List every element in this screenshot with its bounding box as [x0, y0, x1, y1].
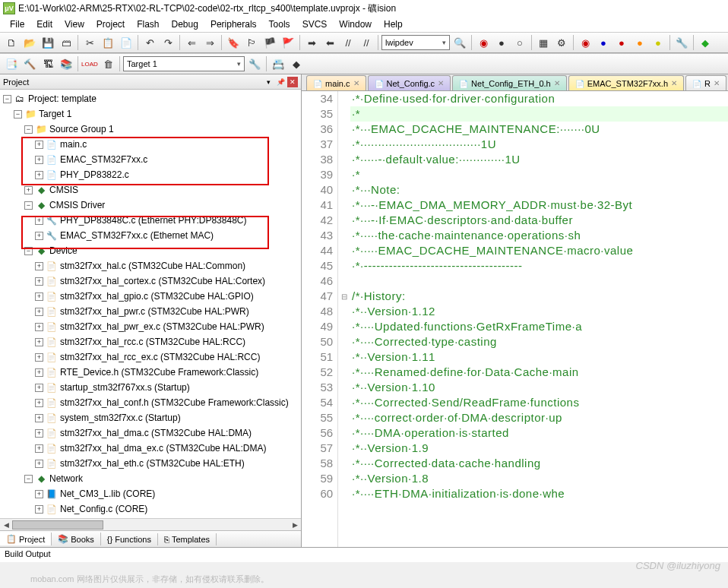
fold-marker[interactable] — [338, 258, 350, 273]
bottom-tab-books[interactable]: 📚Books — [52, 533, 101, 545]
open-icon[interactable]: 📂 — [21, 34, 38, 51]
indent-icon[interactable]: ➡ — [303, 34, 320, 51]
bottom-tab-project[interactable]: 📋Project — [0, 533, 52, 545]
tree-file[interactable]: +PHY_DP83822.c — [0, 167, 301, 182]
fold-marker[interactable] — [338, 106, 350, 122]
fold-marker[interactable] — [338, 243, 350, 258]
editor-body[interactable]: 3435363738394041424344454647484950515253… — [302, 91, 728, 547]
tree-file[interactable]: +RTE_Device.h (STM32Cube Framework:Class… — [0, 365, 301, 380]
fold-marker[interactable] — [338, 456, 350, 471]
tree-file[interactable]: +startup_stm32f767xx.s (Startup) — [0, 380, 301, 395]
bottom-tab-templates[interactable]: ⎘Templates — [158, 533, 217, 545]
menu-svcs[interactable]: SVCS — [297, 17, 333, 31]
tree-group[interactable]: −CMSIS Driver — [0, 198, 301, 213]
tree-expander-icon[interactable]: + — [35, 156, 43, 164]
tree-group[interactable]: −Source Group 1 — [0, 122, 301, 137]
tree-group[interactable]: −Network — [0, 471, 301, 486]
build-icon[interactable]: 🔨 — [21, 55, 38, 72]
menu-tools[interactable]: Tools — [264, 17, 296, 31]
pane-menu-icon[interactable]: ▾ — [263, 77, 274, 87]
pane-close-icon[interactable]: ✕ — [287, 77, 298, 87]
fold-marker[interactable] — [338, 273, 350, 289]
tree-expander-icon[interactable]: + — [24, 186, 33, 194]
fold-marker[interactable] — [338, 471, 350, 486]
fold-marker[interactable] — [338, 334, 350, 349]
tree-expander-icon[interactable]: + — [35, 171, 43, 179]
erase-icon[interactable]: 🗑 — [100, 55, 116, 72]
fold-marker[interactable] — [338, 365, 350, 380]
tree-file[interactable]: +EMAC_STM32F7xx.c (Ethernet MAC) — [0, 228, 301, 243]
green-diamond-icon[interactable]: ◆ — [697, 34, 714, 51]
config-icon[interactable]: ⚙ — [553, 34, 570, 51]
menu-view[interactable]: View — [59, 17, 90, 31]
menu-project[interactable]: Project — [91, 17, 130, 31]
yellow-icon[interactable]: ● — [650, 34, 666, 51]
tree-file[interactable]: +stm32f7xx_hal.c (STM32Cube HAL:Common) — [0, 258, 301, 273]
batch-icon[interactable]: 📚 — [58, 55, 74, 72]
code-area[interactable]: ·*·Define·used·for·driver·configuration·… — [350, 91, 728, 547]
fold-marker[interactable]: ⊟ — [338, 289, 350, 304]
tree-file[interactable]: +stm32f7xx_hal_rcc_ex.c (STM32Cube HAL:R… — [0, 349, 301, 365]
editor-tab[interactable]: R✕ — [685, 75, 726, 90]
back-icon[interactable]: ⇐ — [183, 34, 200, 51]
fold-marker[interactable] — [338, 182, 350, 198]
tree-expander-icon[interactable]: + — [35, 232, 43, 240]
tree-group[interactable]: −Device — [0, 243, 301, 258]
find-combo[interactable]: lwipdev — [381, 35, 450, 50]
tree-expander-icon[interactable]: − — [14, 110, 22, 119]
fold-marker[interactable] — [338, 137, 350, 152]
fold-marker[interactable] — [338, 441, 350, 456]
tree-expander-icon[interactable]: + — [35, 505, 43, 514]
target-options-icon[interactable]: 🔧 — [246, 55, 263, 72]
tree-expander-icon[interactable]: + — [35, 262, 43, 270]
tree-expander-icon[interactable]: − — [24, 201, 33, 210]
tree-expander-icon[interactable]: − — [24, 247, 33, 255]
tree-expander-icon[interactable]: + — [35, 353, 43, 362]
tree-expander-icon[interactable]: − — [3, 95, 11, 103]
tree-expander-icon[interactable]: + — [35, 444, 43, 453]
scroll-left-icon[interactable]: ◀ — [0, 519, 12, 531]
tree-expander-icon[interactable]: + — [35, 323, 43, 331]
close-icon[interactable]: ✕ — [554, 79, 560, 87]
fold-marker[interactable] — [338, 122, 350, 137]
bottom-tab-functions[interactable]: {}Functions — [101, 533, 158, 545]
debug-icon[interactable]: ◉ — [475, 34, 492, 51]
orange-icon[interactable]: ● — [631, 34, 648, 51]
tool2-icon[interactable]: ● — [595, 34, 612, 51]
menu-help[interactable]: Help — [378, 17, 408, 31]
fold-marker[interactable] — [338, 304, 350, 319]
project-tree[interactable]: −Project: template−Target 1−Source Group… — [0, 90, 301, 518]
tree-file[interactable]: +stm32f7xx_hal_dma.c (STM32Cube HAL:DMA) — [0, 425, 301, 441]
fold-marker[interactable] — [338, 198, 350, 213]
scroll-right-icon[interactable]: ▶ — [289, 519, 301, 531]
menu-flash[interactable]: Flash — [131, 17, 164, 31]
tree-expander-icon[interactable]: + — [35, 292, 43, 301]
new-icon[interactable]: 🗋 — [3, 34, 20, 51]
tree-file[interactable]: +Net_CM3_L.lib (CORE) — [0, 486, 301, 501]
menu-file[interactable]: File — [5, 17, 30, 31]
manage-icon[interactable]: 📇 — [270, 55, 286, 72]
tree-expander-icon[interactable]: + — [35, 384, 43, 392]
tree-group[interactable]: +CMSIS — [0, 182, 301, 198]
breakpoint-icon[interactable]: ● — [493, 34, 510, 51]
bookmark-prev-icon[interactable]: 🏳 — [243, 34, 260, 51]
copy-icon[interactable]: 📋 — [100, 34, 116, 51]
fold-marker[interactable] — [338, 395, 350, 410]
menu-window[interactable]: Window — [334, 17, 377, 31]
bookmark-icon[interactable]: 🔖 — [225, 34, 242, 51]
editor-tab[interactable]: Net_Config.c✕ — [368, 75, 451, 90]
editor-tab[interactable]: Net_Config_ETH_0.h✕ — [452, 75, 567, 90]
tree-file[interactable]: +stm32f7xx_hal_gpio.c (STM32Cube HAL:GPI… — [0, 289, 301, 304]
fold-marker[interactable] — [338, 486, 350, 501]
tree-file[interactable]: +EMAC_STM32F7xx.c — [0, 152, 301, 167]
target-combo[interactable]: Target 1 — [123, 56, 245, 71]
bookmark-next-icon[interactable]: 🏴 — [261, 34, 278, 51]
tree-file[interactable]: +Net_Config.c (CORE) — [0, 501, 301, 517]
tree-expander-icon[interactable]: + — [35, 141, 43, 149]
uncomment-icon[interactable]: // — [358, 34, 375, 51]
tree-target[interactable]: −Target 1 — [0, 106, 301, 122]
tree-expander-icon[interactable]: + — [35, 338, 43, 346]
tree-file[interactable]: +system_stm32f7xx.c (Startup) — [0, 410, 301, 425]
comment-icon[interactable]: // — [340, 34, 356, 51]
menu-edit[interactable]: Edit — [31, 17, 58, 31]
